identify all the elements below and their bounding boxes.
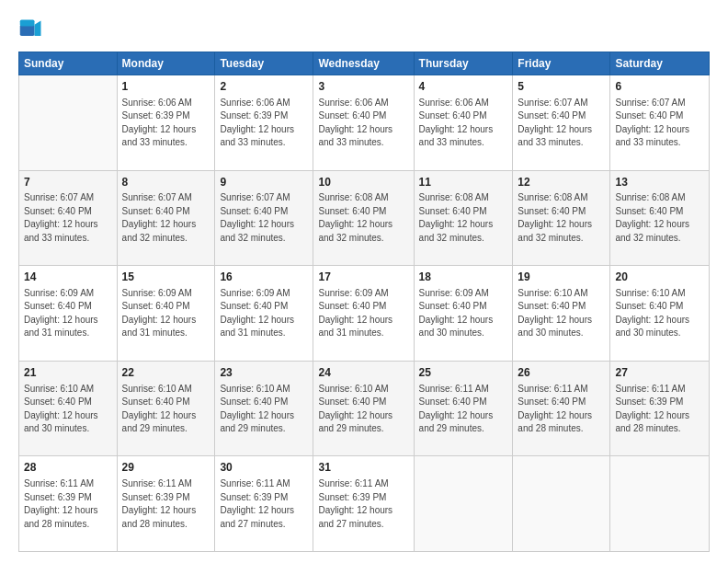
day-number: 9 [220,175,308,190]
day-number: 29 [122,460,210,476]
day-number: 13 [615,175,704,190]
calendar-week-row: 1Sunrise: 6:06 AM Sunset: 6:39 PM Daylig… [19,75,710,171]
day-info: Sunrise: 6:06 AM Sunset: 6:40 PM Dayligh… [318,97,408,150]
day-info: Sunrise: 6:08 AM Sunset: 6:40 PM Dayligh… [419,191,508,245]
day-number: 14 [24,270,112,285]
day-info: Sunrise: 6:11 AM Sunset: 6:39 PM Dayligh… [24,477,112,531]
day-number: 15 [122,270,210,285]
weekday-wednesday: Wednesday [313,52,414,75]
header [18,17,710,42]
calendar-cell: 13Sunrise: 6:08 AM Sunset: 6:40 PM Dayli… [610,170,710,266]
logo-icon [18,17,44,42]
day-info: Sunrise: 6:07 AM Sunset: 6:40 PM Dayligh… [24,191,112,245]
svg-marker-1 [35,20,41,36]
day-info: Sunrise: 6:06 AM Sunset: 6:39 PM Dayligh… [220,97,308,150]
day-info: Sunrise: 6:10 AM Sunset: 6:40 PM Dayligh… [615,287,704,340]
day-number: 19 [518,270,605,285]
day-info: Sunrise: 6:11 AM Sunset: 6:39 PM Dayligh… [615,383,704,436]
day-number: 17 [318,270,408,285]
calendar-cell: 9Sunrise: 6:07 AM Sunset: 6:40 PM Daylig… [215,170,313,266]
day-info: Sunrise: 6:06 AM Sunset: 6:39 PM Dayligh… [122,97,210,150]
weekday-tuesday: Tuesday [215,52,313,75]
weekday-monday: Monday [117,52,215,75]
day-number: 6 [615,79,704,95]
calendar-cell: 14Sunrise: 6:09 AM Sunset: 6:40 PM Dayli… [19,266,118,362]
day-number: 16 [220,270,308,285]
day-info: Sunrise: 6:11 AM Sunset: 6:39 PM Dayligh… [122,477,210,531]
calendar-cell [414,456,513,552]
day-info: Sunrise: 6:08 AM Sunset: 6:40 PM Dayligh… [318,191,408,245]
svg-rect-2 [20,20,35,27]
calendar-cell: 28Sunrise: 6:11 AM Sunset: 6:39 PM Dayli… [19,456,118,552]
day-number: 27 [615,365,704,381]
calendar-cell: 15Sunrise: 6:09 AM Sunset: 6:40 PM Dayli… [117,266,215,362]
day-number: 22 [122,365,210,381]
calendar-week-row: 14Sunrise: 6:09 AM Sunset: 6:40 PM Dayli… [19,266,710,362]
calendar-week-row: 28Sunrise: 6:11 AM Sunset: 6:39 PM Dayli… [19,456,710,552]
calendar-cell [513,456,610,552]
day-info: Sunrise: 6:10 AM Sunset: 6:40 PM Dayligh… [24,383,112,436]
day-info: Sunrise: 6:11 AM Sunset: 6:40 PM Dayligh… [518,383,605,436]
day-info: Sunrise: 6:09 AM Sunset: 6:40 PM Dayligh… [318,287,408,340]
calendar-cell: 31Sunrise: 6:11 AM Sunset: 6:39 PM Dayli… [313,456,414,552]
page: SundayMondayTuesdayWednesdayThursdayFrid… [0,0,728,563]
day-number: 10 [318,175,408,190]
day-info: Sunrise: 6:10 AM Sunset: 6:40 PM Dayligh… [518,287,605,340]
day-number: 3 [318,79,408,95]
weekday-sunday: Sunday [19,52,118,75]
day-number: 23 [220,365,308,381]
day-number: 12 [518,175,605,190]
calendar-cell: 5Sunrise: 6:07 AM Sunset: 6:40 PM Daylig… [513,75,610,171]
day-info: Sunrise: 6:10 AM Sunset: 6:40 PM Dayligh… [318,383,408,436]
calendar-week-row: 21Sunrise: 6:10 AM Sunset: 6:40 PM Dayli… [19,361,710,456]
day-number: 1 [122,79,210,95]
day-number: 28 [24,460,112,476]
calendar-cell: 22Sunrise: 6:10 AM Sunset: 6:40 PM Dayli… [117,361,215,456]
day-number: 18 [419,270,508,285]
day-info: Sunrise: 6:09 AM Sunset: 6:40 PM Dayligh… [24,287,112,340]
day-number: 31 [318,460,408,476]
calendar-cell: 17Sunrise: 6:09 AM Sunset: 6:40 PM Dayli… [313,266,414,362]
calendar-cell: 27Sunrise: 6:11 AM Sunset: 6:39 PM Dayli… [610,361,710,456]
weekday-header-row: SundayMondayTuesdayWednesdayThursdayFrid… [19,52,710,75]
day-number: 24 [318,365,408,381]
calendar-cell [610,456,710,552]
calendar-cell: 25Sunrise: 6:11 AM Sunset: 6:40 PM Dayli… [414,361,513,456]
day-info: Sunrise: 6:08 AM Sunset: 6:40 PM Dayligh… [518,191,605,245]
calendar-cell: 4Sunrise: 6:06 AM Sunset: 6:40 PM Daylig… [414,75,513,171]
day-info: Sunrise: 6:11 AM Sunset: 6:39 PM Dayligh… [220,477,308,531]
weekday-thursday: Thursday [414,52,513,75]
day-info: Sunrise: 6:10 AM Sunset: 6:40 PM Dayligh… [122,383,210,436]
day-info: Sunrise: 6:07 AM Sunset: 6:40 PM Dayligh… [122,191,210,245]
calendar-cell: 1Sunrise: 6:06 AM Sunset: 6:39 PM Daylig… [117,75,215,171]
calendar-cell: 11Sunrise: 6:08 AM Sunset: 6:40 PM Dayli… [414,170,513,266]
weekday-saturday: Saturday [610,52,710,75]
calendar-cell: 19Sunrise: 6:10 AM Sunset: 6:40 PM Dayli… [513,266,610,362]
calendar-cell: 26Sunrise: 6:11 AM Sunset: 6:40 PM Dayli… [513,361,610,456]
calendar-cell: 18Sunrise: 6:09 AM Sunset: 6:40 PM Dayli… [414,266,513,362]
calendar-cell [19,75,118,171]
calendar-cell: 20Sunrise: 6:10 AM Sunset: 6:40 PM Dayli… [610,266,710,362]
day-info: Sunrise: 6:11 AM Sunset: 6:40 PM Dayligh… [419,383,508,436]
day-info: Sunrise: 6:08 AM Sunset: 6:40 PM Dayligh… [615,191,704,245]
calendar-cell: 10Sunrise: 6:08 AM Sunset: 6:40 PM Dayli… [313,170,414,266]
calendar-week-row: 7Sunrise: 6:07 AM Sunset: 6:40 PM Daylig… [19,170,710,266]
calendar-cell: 21Sunrise: 6:10 AM Sunset: 6:40 PM Dayli… [19,361,118,456]
day-number: 21 [24,365,112,381]
logo [18,17,48,42]
day-number: 11 [419,175,508,190]
day-info: Sunrise: 6:07 AM Sunset: 6:40 PM Dayligh… [518,97,605,150]
weekday-friday: Friday [513,52,610,75]
calendar-cell: 16Sunrise: 6:09 AM Sunset: 6:40 PM Dayli… [215,266,313,362]
day-info: Sunrise: 6:07 AM Sunset: 6:40 PM Dayligh… [220,191,308,245]
svg-rect-0 [20,25,35,36]
calendar-cell: 6Sunrise: 6:07 AM Sunset: 6:40 PM Daylig… [610,75,710,171]
day-number: 26 [518,365,605,381]
day-info: Sunrise: 6:06 AM Sunset: 6:40 PM Dayligh… [419,97,508,150]
day-number: 20 [615,270,704,285]
calendar-cell: 12Sunrise: 6:08 AM Sunset: 6:40 PM Dayli… [513,170,610,266]
day-number: 25 [419,365,508,381]
day-info: Sunrise: 6:09 AM Sunset: 6:40 PM Dayligh… [220,287,308,340]
calendar-cell: 7Sunrise: 6:07 AM Sunset: 6:40 PM Daylig… [19,170,118,266]
calendar-table: SundayMondayTuesdayWednesdayThursdayFrid… [18,52,710,552]
